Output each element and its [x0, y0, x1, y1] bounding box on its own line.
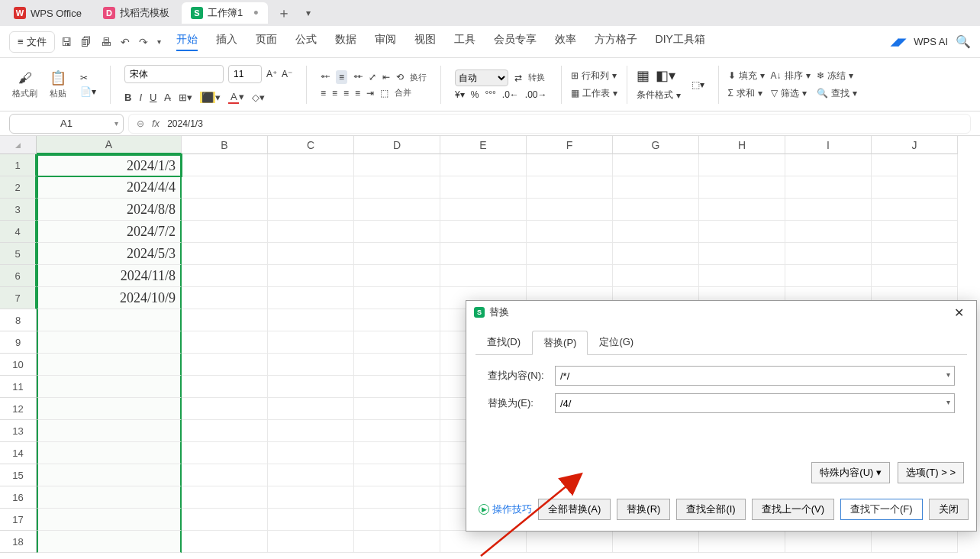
cond-format-button[interactable]: 条件格式▾	[637, 89, 681, 102]
cell[interactable]	[527, 265, 613, 287]
wrap-text-icon[interactable]: ⟲	[396, 72, 404, 82]
cell[interactable]	[268, 420, 354, 442]
tab-template[interactable]: D 找稻壳模板	[94, 2, 179, 24]
cell[interactable]	[872, 221, 958, 243]
font-name-select[interactable]	[124, 65, 224, 83]
cell[interactable]	[440, 154, 527, 176]
find-next-button[interactable]: 查找下一个(F)	[840, 499, 923, 520]
row-header[interactable]: 9	[0, 331, 37, 354]
tab-tools[interactable]: 工具	[454, 33, 475, 51]
tab-formula[interactable]: 公式	[295, 33, 317, 51]
convert-label[interactable]: 转换	[528, 72, 545, 83]
cell[interactable]	[37, 420, 182, 442]
column-header[interactable]: A	[37, 136, 182, 154]
cell[interactable]	[182, 309, 268, 331]
cell[interactable]	[354, 376, 440, 398]
percent-icon[interactable]: %	[471, 89, 479, 100]
row-header[interactable]: 7	[0, 287, 37, 309]
indent-increase-icon[interactable]: ⇥	[366, 88, 374, 99]
cell[interactable]	[354, 221, 440, 243]
column-header[interactable]: F	[527, 136, 613, 154]
file-menu-button[interactable]: ≡ 文件	[9, 31, 55, 53]
cell[interactable]	[182, 442, 268, 464]
align-center-icon[interactable]: ≡	[332, 88, 337, 99]
cell[interactable]	[613, 221, 699, 243]
comma-icon[interactable]: °°°	[485, 89, 495, 100]
cancel-icon[interactable]: ⊖	[137, 118, 144, 129]
cell[interactable]	[785, 265, 872, 287]
cell[interactable]	[182, 243, 268, 265]
cell[interactable]	[613, 154, 699, 176]
replace-button[interactable]: 替换(R)	[617, 499, 670, 520]
cell[interactable]	[37, 376, 182, 398]
strikethrough-icon[interactable]: A̶	[164, 92, 171, 103]
cut-icon[interactable]: ✂	[80, 73, 96, 83]
cell[interactable]	[699, 243, 785, 265]
tab-efficiency[interactable]: 效率	[555, 33, 576, 51]
align-right-icon[interactable]: ≡	[343, 88, 349, 99]
freeze-button[interactable]: ❄冻结▾	[817, 69, 857, 82]
font-size-select[interactable]	[228, 65, 262, 83]
tab-data[interactable]: 数据	[335, 33, 356, 51]
fill-color-icon[interactable]: ⬛▾	[200, 92, 221, 103]
tab-replace[interactable]: 替换(P)	[532, 331, 588, 355]
row-header[interactable]: 2	[0, 176, 37, 199]
cell[interactable]	[268, 331, 354, 354]
cell[interactable]	[872, 154, 958, 176]
tab-insert[interactable]: 插入	[216, 33, 237, 51]
cell[interactable]	[699, 221, 785, 243]
cell[interactable]	[613, 243, 699, 265]
cell[interactable]	[182, 398, 268, 420]
cell[interactable]: 2024/10/9	[37, 287, 182, 309]
cell[interactable]	[354, 398, 440, 420]
cell[interactable]	[182, 376, 268, 398]
row-header[interactable]: 3	[0, 199, 37, 221]
row-header[interactable]: 11	[0, 376, 37, 398]
column-header[interactable]: D	[354, 136, 440, 154]
cell[interactable]	[268, 199, 354, 221]
copy-icon[interactable]: 📄▾	[80, 86, 96, 97]
cell[interactable]	[182, 509, 268, 531]
row-header[interactable]: 12	[0, 398, 37, 420]
ai-label[interactable]: WPS AI	[914, 36, 948, 47]
increase-font-icon[interactable]: A⁺	[266, 69, 277, 79]
cell[interactable]: 2024/8/8	[37, 199, 182, 221]
row-header[interactable]: 16	[0, 486, 37, 509]
select-icon[interactable]: ⬚▾	[691, 79, 704, 90]
cell[interactable]	[268, 442, 354, 464]
cell[interactable]	[354, 464, 440, 486]
undo-icon[interactable]: ↶	[121, 36, 130, 48]
cell[interactable]	[354, 176, 440, 199]
cell[interactable]	[182, 287, 268, 309]
align-left-icon[interactable]: ≡	[321, 88, 326, 99]
search-icon[interactable]: 🔍	[956, 34, 971, 49]
cell[interactable]	[37, 309, 182, 331]
cell[interactable]	[440, 199, 527, 221]
cell[interactable]	[268, 398, 354, 420]
tab-fanggezi[interactable]: 方方格子	[595, 33, 637, 51]
align-justify-icon[interactable]: ≡	[355, 88, 360, 99]
cell[interactable]	[37, 331, 182, 354]
cell[interactable]	[613, 265, 699, 287]
cell[interactable]	[182, 486, 268, 509]
cell[interactable]	[354, 509, 440, 531]
increase-decimal-icon[interactable]: .00→	[525, 89, 547, 100]
cell[interactable]	[699, 199, 785, 221]
cell[interactable]	[354, 486, 440, 509]
decrease-font-icon[interactable]: A⁻	[282, 69, 292, 79]
cell[interactable]	[440, 176, 527, 199]
cell[interactable]	[872, 176, 958, 199]
underline-icon[interactable]: U	[150, 92, 156, 103]
tips-link[interactable]: ▶ 操作技巧	[479, 502, 532, 516]
tab-workbook[interactable]: S 工作簿1 •	[182, 2, 268, 24]
cell[interactable]	[268, 176, 354, 199]
cell[interactable]: 2024/5/3	[37, 243, 182, 265]
find-input[interactable]	[555, 366, 955, 386]
table-style-icon[interactable]: ▦	[637, 67, 650, 84]
currency-icon[interactable]: ¥▾	[455, 89, 465, 100]
indent-decrease-icon[interactable]: ⇤	[382, 72, 390, 82]
tab-menu-button[interactable]: ▾	[300, 8, 317, 18]
formula-input-area[interactable]: ⊖ fx 2024/1/3	[128, 114, 971, 134]
align-bottom-icon[interactable]: ⬵	[353, 72, 363, 82]
cell[interactable]	[354, 442, 440, 464]
